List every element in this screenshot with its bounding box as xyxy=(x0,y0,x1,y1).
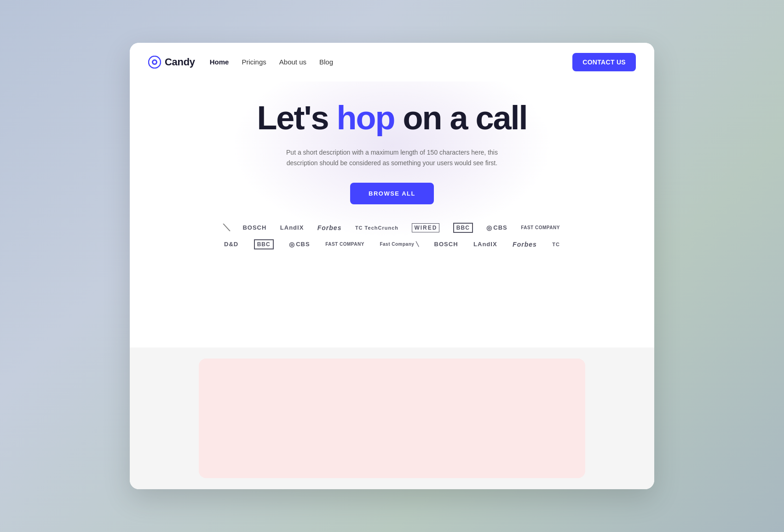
brand-techcrunch-2: TC xyxy=(552,242,560,247)
hero-title-part1: Let's xyxy=(257,99,336,136)
candy-logo-icon xyxy=(148,56,161,69)
brand-bosch-1: BOSCH xyxy=(242,224,266,231)
nav-links: Home Pricings About us Blog xyxy=(210,58,333,66)
hero-subtitle: Put a short description with a maximum l… xyxy=(277,147,507,168)
brand-cbs-1: CBS xyxy=(486,224,507,231)
logo-row-1: ╲ BOSCH LAndIX Forbes TC TechCrunch WIRE… xyxy=(219,223,565,233)
hero-title: Let's hop on a call xyxy=(257,100,527,136)
brand-slash-1: ╲ xyxy=(223,223,231,232)
brand-dd: D&D xyxy=(224,241,238,248)
bottom-section xyxy=(130,347,654,489)
browse-all-button[interactable]: BROWSE ALL xyxy=(350,183,434,204)
logo[interactable]: Candy xyxy=(148,56,195,69)
svg-point-2 xyxy=(153,61,156,64)
logo-row-2: D&D BBC CBS FAST COMPANY Fast Company ╲ … xyxy=(219,239,565,249)
brand-landix-2: LAndIX xyxy=(473,241,497,248)
brand-wired-1: WIRED xyxy=(412,223,439,232)
hero-title-part2: on a call xyxy=(395,99,527,136)
brand-fastcompany-2: FAST COMPANY xyxy=(325,242,364,247)
hero-content: Let's hop on a call Put a short descript… xyxy=(257,100,527,223)
browser-window: Candy Home Pricings About us Blog CONTAC… xyxy=(130,43,654,489)
nav-blog[interactable]: Blog xyxy=(319,58,333,66)
brand-fastcompany-1: FAST COMPANY xyxy=(521,225,560,230)
brand-cbs-2: CBS xyxy=(289,241,310,248)
hero-title-highlight: hop xyxy=(337,99,395,136)
bottom-card xyxy=(199,359,585,478)
brand-bosch-2: BOSCH xyxy=(434,241,458,248)
brand-forbes-1: Forbes xyxy=(317,224,342,231)
logo-strip: ╲ BOSCH LAndIX Forbes TC TechCrunch WIRE… xyxy=(219,223,565,256)
brand-bbc-1: BBC xyxy=(453,223,473,233)
contact-button[interactable]: CONTACT US xyxy=(572,53,636,71)
brand-forbes-2: Forbes xyxy=(513,241,537,248)
navbar: Candy Home Pricings About us Blog CONTAC… xyxy=(130,43,654,81)
hero-section: Let's hop on a call Put a short descript… xyxy=(130,81,654,347)
brand-bbc-2: BBC xyxy=(254,239,274,249)
navbar-left: Candy Home Pricings About us Blog xyxy=(148,56,333,69)
nav-pricings[interactable]: Pricings xyxy=(242,58,266,66)
nav-home[interactable]: Home xyxy=(210,58,229,66)
brand-techcrunch-1: TC TechCrunch xyxy=(355,225,398,231)
logo-text: Candy xyxy=(165,56,195,68)
brand-fastcompany-slash: Fast Company ╲ xyxy=(380,242,419,247)
brand-landix-1: LAndIX xyxy=(280,224,304,231)
nav-about[interactable]: About us xyxy=(279,58,306,66)
